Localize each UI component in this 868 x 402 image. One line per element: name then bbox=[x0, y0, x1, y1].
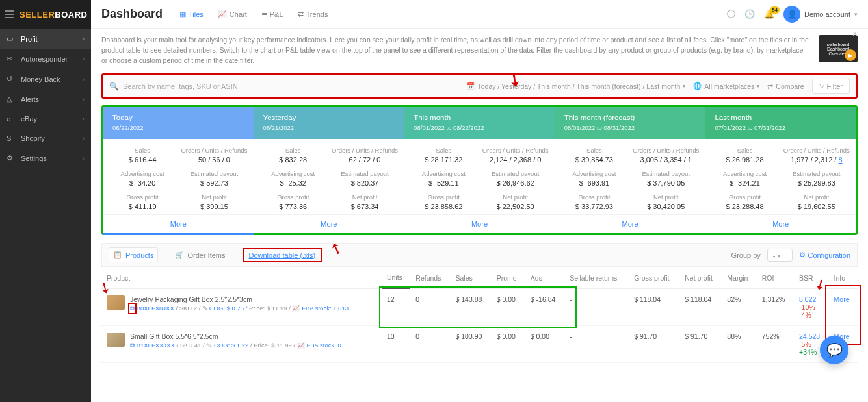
product-name[interactable]: Jewelry Packaging Gift Box 2.5*2.5*3cm bbox=[130, 295, 349, 303]
account-menu[interactable]: 👤 Demo account ▾ bbox=[783, 6, 858, 23]
col-refunds[interactable]: Refunds bbox=[410, 267, 450, 288]
tile-today: Today08/22/2022 Sales$ 616.44 Orders / U… bbox=[103, 107, 254, 233]
col-info[interactable]: Info bbox=[829, 267, 858, 288]
product-asin[interactable]: B0XLFX8JXX bbox=[137, 305, 174, 312]
products-table: Product Units Refunds Sales Promo Ads Se… bbox=[101, 267, 858, 363]
sidebar-item-autoresponder[interactable]: ✉Autoresponder› bbox=[0, 49, 91, 69]
calendar-icon: 📅 bbox=[466, 82, 475, 90]
banner-text: Dashboard is your main tool for analysin… bbox=[101, 35, 811, 66]
bsr-link[interactable]: 24,528 bbox=[799, 333, 820, 340]
tile-this-month: This month08/01/2022 to 08/22/2022 Sales… bbox=[404, 107, 555, 233]
table-row: ➘ Jewelry Packaging Gift Box 2.5*2.5*3cm… bbox=[101, 288, 858, 325]
globe-icon: 🌐 bbox=[693, 82, 702, 90]
help-icon[interactable]: ⓘ bbox=[727, 8, 735, 20]
marketplace-picker[interactable]: 🌐All marketplaces▾ bbox=[693, 82, 759, 90]
gear-icon: ⚙ bbox=[7, 154, 16, 162]
annotation-arrow: ➘ bbox=[327, 238, 345, 260]
col-sales[interactable]: Sales bbox=[451, 267, 492, 288]
compare-toggle[interactable]: ⇄Compare bbox=[767, 82, 804, 90]
copy-icon[interactable]: ⧉ bbox=[130, 305, 135, 312]
tile-yesterday: Yesterday08/21/2022 Sales$ 832.28 Orders… bbox=[254, 107, 405, 233]
sidebar-item-profit[interactable]: ▭Profit› bbox=[0, 29, 91, 49]
col-net[interactable]: Net profit bbox=[679, 267, 722, 288]
chat-fab[interactable]: 💬 bbox=[820, 336, 848, 364]
ebay-icon: e bbox=[7, 115, 16, 123]
view-tabs: ▦Tiles 📈Chart ≣P&L ⇄Trends bbox=[178, 7, 329, 21]
hamburger-icon[interactable] bbox=[5, 6, 14, 22]
page-title: Dashboard bbox=[101, 7, 163, 21]
configuration-link[interactable]: ⚙Configuration bbox=[799, 251, 850, 259]
tile-more-link[interactable]: More bbox=[103, 214, 254, 233]
col-returns[interactable]: Sellable returns bbox=[564, 267, 629, 288]
tab-trends[interactable]: ⇄Trends bbox=[296, 7, 330, 21]
tile-last-month: Last month07/01/2022 to 07/31/2022 Sales… bbox=[705, 107, 856, 233]
col-margin[interactable]: Margin bbox=[722, 267, 756, 288]
tab-tiles[interactable]: ▦Tiles bbox=[178, 7, 205, 21]
mail-icon: ✉ bbox=[7, 55, 16, 63]
copy-icon[interactable]: ⧉ bbox=[130, 342, 135, 349]
product-name[interactable]: Small Gift Box 5.5*6.5*2.5cm bbox=[130, 333, 341, 340]
row-more-link[interactable]: More bbox=[834, 295, 850, 303]
tiles-icon: ▦ bbox=[179, 10, 186, 18]
chart-icon: 📈 bbox=[218, 10, 227, 18]
sidebar-item-shopify[interactable]: SShopify› bbox=[0, 129, 91, 148]
tab-pnl[interactable]: ≣P&L bbox=[260, 7, 285, 21]
close-icon[interactable]: × bbox=[852, 29, 858, 39]
banner-video-thumb[interactable]: sellerboard Dashboard Overview bbox=[819, 35, 858, 62]
tile-more-link[interactable]: More bbox=[254, 214, 404, 233]
chevron-down-icon: ▾ bbox=[757, 83, 759, 89]
avatar: 👤 bbox=[783, 6, 800, 23]
info-banner: Dashboard is your main tool for analysin… bbox=[101, 29, 858, 73]
tab-chart[interactable]: 📈Chart bbox=[217, 7, 248, 21]
col-ads[interactable]: Ads bbox=[525, 267, 565, 288]
clock-icon[interactable]: 🕒 bbox=[744, 9, 755, 19]
table-toolbar: 📋Products 🛒Order Items Download table (.… bbox=[101, 243, 858, 267]
alert-icon: △ bbox=[7, 95, 16, 103]
bell-icon[interactable]: 🔔54 bbox=[764, 9, 774, 19]
funnel-icon: ▽ bbox=[819, 82, 824, 90]
download-table-link[interactable]: Download table (.xls) bbox=[243, 248, 322, 262]
bsr-link[interactable]: 8,022 bbox=[799, 295, 816, 303]
compare-icon: ⇄ bbox=[767, 82, 773, 90]
tab-products[interactable]: 📋Products bbox=[109, 247, 158, 262]
chart-icon: ▭ bbox=[7, 34, 16, 43]
col-bsr[interactable]: BSR bbox=[794, 267, 828, 288]
col-units[interactable]: Units bbox=[382, 267, 410, 288]
tiles-grid: Today08/22/2022 Sales$ 616.44 Orders / U… bbox=[101, 105, 858, 235]
chat-icon: 💬 bbox=[826, 342, 843, 358]
groupby-select[interactable]: - ▾ bbox=[767, 249, 793, 262]
refund-icon: ↺ bbox=[7, 75, 16, 83]
sidebar-item-moneyback[interactable]: ↺Money Back› bbox=[0, 69, 91, 89]
chevron-right-icon: › bbox=[83, 36, 85, 42]
trends-icon: ⇄ bbox=[298, 10, 304, 18]
product-asin[interactable]: B1XLFXXJXX bbox=[137, 342, 175, 349]
col-gross[interactable]: Gross profit bbox=[629, 267, 679, 288]
search-icon: 🔍 bbox=[109, 82, 119, 91]
list-icon: ≣ bbox=[261, 10, 267, 18]
gear-icon: ⚙ bbox=[799, 251, 806, 259]
date-range-picker[interactable]: 📅Today / Yesterday / This month / This m… bbox=[466, 82, 685, 90]
search-input[interactable] bbox=[123, 82, 458, 90]
tile-more-link[interactable]: More bbox=[705, 214, 856, 233]
cart-icon: 🛒 bbox=[175, 251, 184, 259]
col-product[interactable]: Product bbox=[101, 267, 382, 288]
product-thumb bbox=[107, 295, 125, 310]
tab-order-items[interactable]: 🛒Order Items bbox=[171, 248, 229, 262]
tile-more-link[interactable]: More bbox=[404, 214, 555, 233]
sidebar-header: SELLERBOARD bbox=[0, 0, 91, 29]
tile-more-link[interactable]: More bbox=[555, 214, 705, 233]
clipboard-icon: 📋 bbox=[113, 251, 122, 259]
tile-forecast: This month (forecast)08/01/2022 to 08/31… bbox=[555, 107, 706, 233]
col-roi[interactable]: ROI bbox=[757, 267, 794, 288]
brand-logo: SELLERBOARD bbox=[20, 10, 87, 19]
bsr-cell: 8,022-10%-4% bbox=[794, 288, 828, 325]
refund-link[interactable]: 8 bbox=[838, 156, 842, 164]
chevron-down-icon: ▾ bbox=[683, 83, 685, 89]
sidebar-item-settings[interactable]: ⚙Settings› bbox=[0, 148, 91, 168]
sidebar-item-ebay[interactable]: eeBay› bbox=[0, 109, 91, 129]
filter-button[interactable]: ▽Filter bbox=[812, 79, 850, 94]
groupby-label: Group by bbox=[731, 251, 761, 259]
chevron-down-icon: ▾ bbox=[854, 11, 858, 18]
sidebar-item-alerts[interactable]: △Alerts› bbox=[0, 89, 91, 109]
col-promo[interactable]: Promo bbox=[492, 267, 525, 288]
